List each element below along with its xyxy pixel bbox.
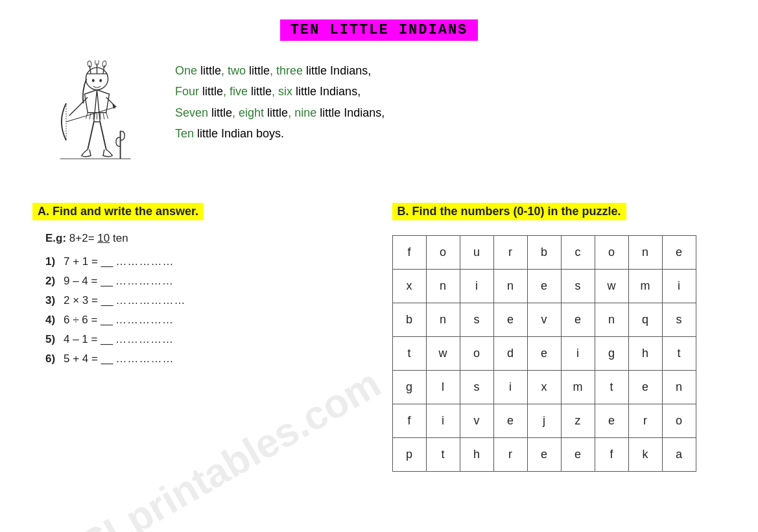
puzzle-cell-4-0: g	[392, 371, 426, 404]
page-title-container: TEN LITTLE INDIANS	[32, 19, 726, 41]
puzzle-cell-5-0: f	[392, 404, 426, 438]
eg-answer: 10	[97, 232, 110, 244]
puzzle-row-6: pthreefka	[392, 438, 696, 472]
puzzle-cell-2-6: n	[595, 303, 628, 337]
puzzle-cell-6-8: a	[662, 438, 696, 472]
problem-5-num: 5)	[45, 333, 61, 346]
song-line-3: Seven little, eight little, nine little …	[175, 102, 726, 123]
problem-3: 3) 2 × 3 = __ ………………	[45, 294, 366, 307]
puzzle-cell-2-1: n	[426, 303, 460, 337]
puzzle-cell-2-7: q	[628, 303, 662, 337]
puzzle-row-2: bnsevenqs	[392, 303, 696, 337]
puzzle-cell-5-4: j	[527, 404, 561, 438]
puzzle-cell-1-1: n	[426, 270, 460, 303]
puzzle-cell-6-0: p	[392, 438, 426, 472]
puzzle-cell-3-5: i	[561, 337, 595, 371]
puzzle-cell-2-5: e	[561, 303, 595, 337]
problem-1-num: 1)	[45, 255, 61, 268]
page-title: TEN LITTLE INDIANS	[280, 19, 479, 41]
puzzle-cell-6-6: f	[595, 438, 628, 472]
svg-line-16	[100, 122, 106, 150]
puzzle-cell-0-0: f	[392, 236, 426, 270]
puzzle-cell-3-7: h	[628, 337, 662, 371]
puzzle-cell-5-1: i	[426, 404, 460, 438]
puzzle-cell-2-8: s	[662, 303, 696, 337]
problem-3-num: 3)	[45, 294, 61, 307]
problem-2-eq: 9 – 4 = __	[64, 275, 113, 288]
main-content: A. Find and write the answer. E.g: 8+2= …	[32, 203, 726, 472]
problem-6-num: 6)	[45, 353, 61, 365]
puzzle-cell-6-3: r	[493, 438, 527, 472]
puzzle-cell-6-4: e	[527, 438, 561, 472]
problem-4-eq: 6 ÷ 6 = __	[64, 314, 113, 327]
puzzle-cell-5-3: e	[493, 404, 527, 438]
svg-line-15	[88, 122, 94, 150]
puzzle-cell-0-1: o	[426, 236, 460, 270]
example-row: E.g: 8+2= 10 ten	[45, 232, 366, 245]
indian-figure	[32, 60, 149, 183]
problem-6-eq: 5 + 4 = __	[64, 353, 113, 365]
svg-line-10	[69, 97, 88, 116]
problem-6: 6) 5 + 4 = __ ……………	[45, 353, 366, 365]
puzzle-cell-4-6: t	[595, 371, 628, 404]
puzzle-grid: fourbconexnineswmibnsevenqstwodeightglsi…	[392, 235, 696, 472]
section-a-title: A. Find and write the answer.	[32, 203, 204, 220]
indian-illustration	[45, 60, 136, 183]
puzzle-cell-4-8: n	[662, 371, 696, 404]
puzzle-cell-3-2: o	[460, 337, 493, 371]
puzzle-cell-1-0: x	[392, 270, 426, 303]
puzzle-cell-3-6: g	[595, 337, 628, 371]
puzzle-row-4: glsixmten	[392, 371, 696, 404]
puzzle-cell-2-4: v	[527, 303, 561, 337]
puzzle-cell-1-3: n	[493, 270, 527, 303]
puzzle-cell-5-2: v	[460, 404, 493, 438]
svg-line-18	[89, 113, 91, 120]
section-b: B. Find the numbers (0-10) in the puzzle…	[392, 203, 726, 472]
puzzle-cell-2-3: e	[493, 303, 527, 337]
puzzle-cell-1-6: w	[595, 270, 628, 303]
section-b-title: B. Find the numbers (0-10) in the puzzle…	[392, 203, 626, 220]
puzzle-cell-3-3: d	[493, 337, 527, 371]
puzzle-cell-0-8: e	[662, 236, 696, 270]
puzzle-cell-2-2: s	[460, 303, 493, 337]
puzzle-cell-4-3: i	[493, 371, 527, 404]
puzzle-cell-3-1: w	[426, 337, 460, 371]
puzzle-cell-1-4: e	[527, 270, 561, 303]
puzzle-cell-0-4: b	[527, 236, 561, 270]
problem-1-dots: ……………	[116, 255, 174, 268]
puzzle-cell-4-1: l	[426, 371, 460, 404]
problem-2-dots: ……………	[115, 275, 174, 288]
song-line-4: Ten little Indian boys.	[175, 123, 726, 144]
puzzle-cell-6-2: h	[460, 438, 493, 472]
puzzle-cell-6-7: k	[628, 438, 662, 472]
song-line-1: One little, two little, three little Ind…	[175, 60, 726, 81]
puzzle-row-0: fourbcone	[392, 236, 696, 270]
song-line-2: Four little, five little, six little Ind…	[175, 81, 726, 102]
puzzle-cell-4-4: x	[527, 371, 561, 404]
puzzle-cell-1-7: m	[628, 270, 662, 303]
puzzle-cell-6-1: t	[426, 438, 460, 472]
problem-4: 4) 6 ÷ 6 = __ ……………	[45, 314, 366, 327]
top-section: One little, two little, three little Ind…	[32, 54, 726, 183]
math-problem-list: 1) 7 + 1 = __ …………… 2) 9 – 4 = __ …………… …	[45, 255, 366, 365]
puzzle-row-1: xnineswmi	[392, 270, 696, 303]
eg-equation: 8+2=	[69, 232, 98, 244]
problem-5: 5) 4 – 1 = __ ……………	[45, 333, 366, 346]
puzzle-cell-3-4: e	[527, 337, 561, 371]
puzzle-cell-2-0: b	[392, 303, 426, 337]
puzzle-cell-0-7: n	[628, 236, 662, 270]
puzzle-cell-3-0: t	[392, 337, 426, 371]
puzzle-cell-0-3: r	[493, 236, 527, 270]
problem-4-dots: ……………	[115, 314, 174, 327]
puzzle-row-3: twodeight	[392, 337, 696, 371]
puzzle-cell-3-8: t	[662, 337, 696, 371]
svg-point-9	[99, 79, 102, 82]
puzzle-cell-0-2: u	[460, 236, 493, 270]
svg-point-8	[92, 79, 95, 82]
puzzle-cell-1-2: i	[460, 270, 493, 303]
section-a: A. Find and write the answer. E.g: 8+2= …	[32, 203, 366, 372]
puzzle-cell-0-5: c	[561, 236, 595, 270]
svg-line-22	[103, 113, 104, 120]
problem-2: 2) 9 – 4 = __ ……………	[45, 275, 366, 288]
song-lyrics: One little, two little, three little Ind…	[149, 54, 726, 145]
